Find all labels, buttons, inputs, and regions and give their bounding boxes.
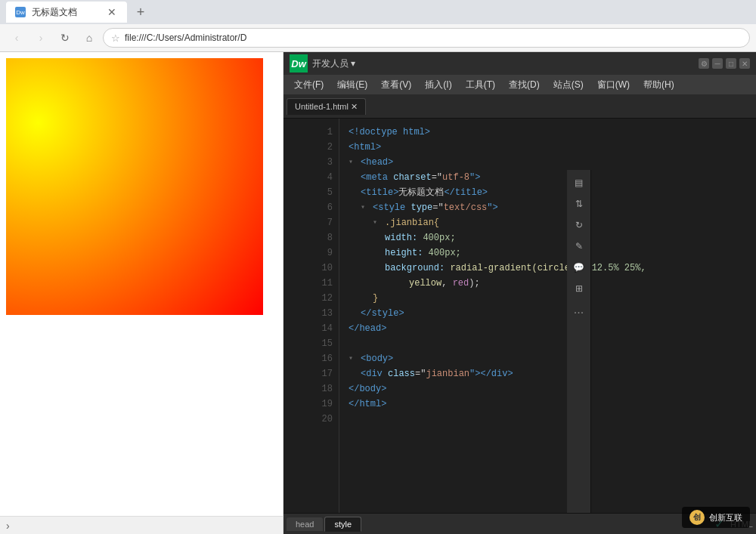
dw-title-developer[interactable]: 开发人员 ▾: [312, 57, 355, 70]
tab-style[interactable]: style: [324, 517, 361, 532]
code-line-15: [349, 336, 747, 351]
side-edit-btn[interactable]: ✎: [569, 236, 589, 256]
menu-file[interactable]: 文件(F): [288, 77, 330, 93]
preview-status-bar: ›: [0, 516, 283, 534]
window-controls: ⚙ ─ □ ✕: [699, 58, 750, 69]
fold-arrow-icon[interactable]: ▾: [349, 155, 358, 170]
menu-tools[interactable]: 工具(T): [460, 77, 501, 93]
tab-bar: Dw 无标题文档 ✕ +: [0, 0, 756, 24]
dw-menubar: 文件(F) 编辑(E) 查看(V) 插入(I) 工具(T) 查找(D) 站点(S…: [284, 75, 756, 94]
main-content: › Dw 开发人员 ▾ ⚙ ─ □ ✕ 文件(F) 编辑(E) 查看(V) 插: [0, 52, 756, 534]
code-line-13: </style>: [349, 306, 747, 321]
reload-button[interactable]: ↻: [54, 27, 76, 48]
side-refresh-btn[interactable]: ↻: [569, 215, 589, 235]
side-assets-btn[interactable]: ⇅: [569, 194, 589, 214]
code-line-7: ▾ .jianbian{: [349, 215, 747, 230]
menu-site[interactable]: 站点(S): [547, 77, 590, 93]
minimize-btn[interactable]: ─: [712, 58, 723, 69]
code-editor-area[interactable]: 1234567891011121314151617181920 <!doctyp…: [284, 119, 756, 513]
menu-window[interactable]: 窗口(W): [591, 77, 636, 93]
dw-side-panel: ▤ ⇅ ↻ ✎ 💬 ⊞ ···: [567, 170, 591, 513]
dw-toolbar: Untitled-1.html ✕: [284, 94, 756, 119]
restore-btn[interactable]: □: [726, 58, 736, 69]
code-line-16: ▾ <body>: [349, 351, 747, 366]
settings-btn[interactable]: ⚙: [699, 58, 709, 69]
code-line-11: yellow, red);: [349, 276, 747, 291]
tab-favicon-text: Dw: [16, 9, 25, 16]
fold-arrow-icon[interactable]: ▾: [373, 215, 382, 230]
side-more-btn[interactable]: ···: [569, 303, 589, 323]
tab-close-btn[interactable]: ✕: [106, 6, 118, 18]
code-line-6: ▾ <style type="text/css">: [349, 200, 747, 215]
code-line-5: <title>无标题文档</title>: [349, 185, 747, 200]
menu-insert[interactable]: 插入(I): [419, 77, 457, 93]
nav-bar: ‹ › ↻ ⌂ ☆ file:///C:/Users/Administrator…: [0, 24, 756, 51]
forward-button[interactable]: ›: [30, 27, 51, 48]
gradient-preview: [6, 58, 263, 315]
tab-head[interactable]: head: [287, 517, 323, 531]
browser-chrome: Dw 无标题文档 ✕ + ‹ › ↻ ⌂ ☆ file:///C:/Users/…: [0, 0, 756, 52]
fold-arrow-icon[interactable]: ▾: [349, 351, 358, 366]
close-btn[interactable]: ✕: [739, 58, 750, 69]
watermark-logo: 创: [689, 510, 705, 525]
address-star-icon: ☆: [111, 32, 120, 44]
code-line-2: <html>: [349, 140, 747, 155]
address-text: file:///C:/Users/Administrator/D: [125, 32, 246, 43]
code-line-10: background: radial-gradient(circle at 12…: [349, 261, 747, 276]
dw-logo: Dw: [290, 54, 308, 73]
code-line-20: [349, 412, 747, 427]
menu-find[interactable]: 查找(D): [503, 77, 546, 93]
watermark-text: 创新互联: [709, 512, 742, 523]
code-line-18: </body>: [349, 381, 747, 397]
home-button[interactable]: ⌂: [79, 27, 100, 48]
new-tab-button[interactable]: +: [130, 2, 151, 23]
side-chat-btn[interactable]: 💬: [569, 258, 589, 277]
code-line-8: width: 400px;: [349, 230, 747, 245]
tab-favicon: Dw: [15, 7, 26, 17]
code-line-19: </html>: [349, 397, 747, 412]
editor-pane: Dw 开发人员 ▾ ⚙ ─ □ ✕ 文件(F) 编辑(E) 查看(V) 插入(I…: [284, 52, 756, 534]
back-button[interactable]: ‹: [6, 27, 27, 48]
code-line-12: }: [349, 291, 747, 306]
menu-view[interactable]: 查看(V): [375, 77, 417, 93]
side-grid-btn[interactable]: ⊞: [569, 279, 589, 298]
code-line-3: ▾ <head>: [349, 155, 747, 170]
menu-help[interactable]: 帮助(H): [637, 77, 680, 93]
code-line-17: <div class="jianbian"></div>: [349, 366, 747, 381]
dw-title-left: Dw 开发人员 ▾: [290, 54, 355, 73]
browser-tab[interactable]: Dw 无标题文档 ✕: [6, 2, 127, 23]
preview-arrow-icon: ›: [6, 520, 10, 532]
address-bar[interactable]: ☆ file:///C:/Users/Administrator/D: [103, 28, 750, 48]
side-files-btn[interactable]: ▤: [569, 173, 589, 193]
watermark: 创 创新互联: [682, 507, 750, 528]
code-line-4: <meta charset="utf-8">: [349, 170, 747, 185]
tab-title: 无标题文档: [32, 6, 77, 19]
code-line-1: <!doctype html>: [349, 125, 747, 140]
code-line-9: height: 400px;: [349, 245, 747, 261]
menu-edit[interactable]: 编辑(E): [331, 77, 373, 93]
code-line-14: </head>: [349, 321, 747, 336]
line-numbers: 1234567891011121314151617181920: [311, 119, 339, 513]
dw-titlebar: Dw 开发人员 ▾ ⚙ ─ □ ✕: [284, 52, 756, 75]
file-tab[interactable]: Untitled-1.html ✕: [287, 98, 366, 115]
code-content[interactable]: <!doctype html><html>▾ <head><meta chars…: [339, 119, 756, 513]
preview-pane: ›: [0, 52, 284, 534]
fold-arrow-icon[interactable]: ▾: [361, 200, 370, 215]
